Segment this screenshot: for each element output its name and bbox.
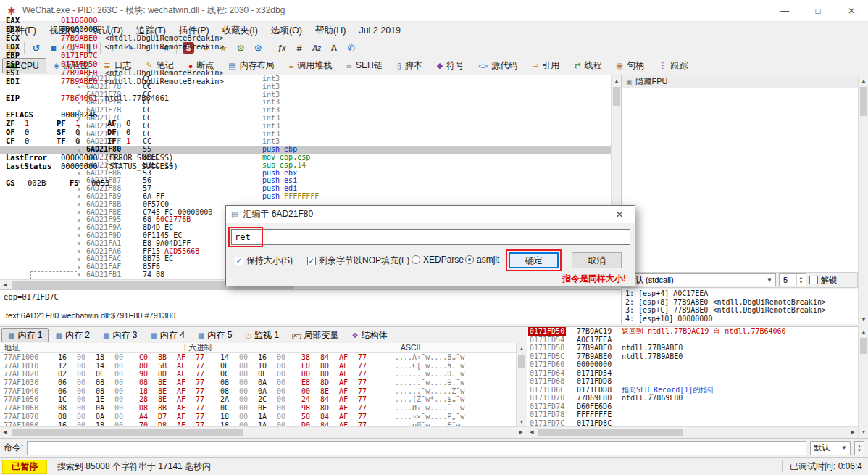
assembly-instruction-input[interactable] bbox=[231, 229, 630, 245]
register-row[interactable]: LastStatus00000000(STATUS_SUCCESS) bbox=[6, 162, 867, 170]
scroll-left-icon[interactable]: ◀ bbox=[0, 280, 10, 290]
scroll-left-icon[interactable]: ◀ bbox=[527, 427, 537, 437]
scroll-left-icon[interactable]: ◀ bbox=[0, 427, 10, 437]
stack-row[interactable]: 0171FD78FFFFFFFE bbox=[527, 410, 858, 419]
register-row[interactable]: CF0TF0IF1 bbox=[6, 136, 867, 145]
scrollbar-thumb[interactable] bbox=[860, 338, 867, 354]
register-row[interactable]: GS002BFS0053 bbox=[6, 178, 867, 187]
register-row[interactable]: EAX01186000 bbox=[6, 16, 867, 25]
dialog-title-bar[interactable]: ▤ 汇编于 6AD21F80 ✕ bbox=[226, 206, 635, 223]
scroll-up-icon[interactable]: ▲ bbox=[859, 75, 868, 86]
dialog-close-icon[interactable]: ✕ bbox=[609, 210, 630, 220]
calling-convention-select[interactable]: 默认 (stdcall) ▼ bbox=[624, 273, 776, 286]
register-row[interactable]: EBP0171FD7C bbox=[6, 51, 867, 59]
register-row[interactable]: EFLAGS00000246 bbox=[6, 110, 867, 119]
command-history-stepper[interactable]: ▲▼ bbox=[854, 441, 864, 455]
tab-locals[interactable]: [x=]局部变量 bbox=[285, 328, 345, 342]
argument-row[interactable]: 3: [esp+C] 77B9ABE0 <ntdll.DbgUiRemoteBr… bbox=[625, 306, 858, 315]
tab-memory-4[interactable]: ▦内存 4 bbox=[143, 328, 191, 342]
scroll-right-icon[interactable]: ▶ bbox=[516, 427, 526, 437]
stack-row[interactable]: 0171FD5077B9AC19返回到 ntdll.77B9AC19 自 ntd… bbox=[527, 327, 858, 336]
breakpoint-dot[interactable] bbox=[78, 258, 80, 261]
register-row[interactable]: LastError00000000(ERROR_SUCCESS) bbox=[6, 153, 867, 162]
stack-row[interactable]: 0171FD640171FD54 bbox=[527, 369, 858, 378]
ok-button[interactable]: 确定 bbox=[509, 252, 559, 268]
stack-row[interactable]: 0171FD74D60FE6D6 bbox=[527, 402, 858, 411]
scroll-down-icon[interactable]: ▼ bbox=[859, 426, 868, 437]
stack-row[interactable]: 0171FD7C0171FD8C bbox=[527, 419, 858, 427]
asmjit-radio[interactable]: asmjit bbox=[465, 255, 499, 265]
scrollbar-thumb[interactable] bbox=[538, 429, 683, 436]
breakpoint-dot[interactable] bbox=[78, 227, 80, 230]
register-row[interactable]: ECX77B9ABE0<ntdll.DbgUiRemoteBreakin> bbox=[6, 33, 867, 42]
memory-row[interactable]: 77AF100016001800C08BAF77140016003884AF77… bbox=[0, 353, 516, 362]
scrollbar-thumb[interactable] bbox=[12, 429, 243, 436]
breakpoint-dot[interactable] bbox=[78, 266, 80, 269]
tab-struct[interactable]: ❖结构体 bbox=[346, 328, 394, 342]
memory-row[interactable]: 77AF102002000E00908DAF770C000E00D08DAF77… bbox=[0, 370, 516, 379]
breakpoint-dot[interactable] bbox=[78, 195, 80, 198]
stack-row[interactable]: 0171FD6000000000 bbox=[527, 360, 858, 369]
stack-hscrollbar[interactable]: ◀ ▶ bbox=[527, 426, 858, 437]
breakpoint-dot[interactable] bbox=[78, 242, 80, 245]
breakpoint-dot[interactable] bbox=[78, 211, 80, 214]
keep-size-checkbox[interactable]: ✓ 保持大小(S) bbox=[235, 255, 293, 267]
scrollbar-thumb[interactable] bbox=[518, 355, 525, 368]
memory-scrollbar[interactable]: ▲ ▼ bbox=[516, 343, 526, 426]
stack-row[interactable]: 0171FD5877B9ABE0ntdll.77B9ABE0 bbox=[527, 344, 858, 352]
register-row[interactable]: EIP77B64061ntdll.77B64061 bbox=[6, 94, 867, 102]
memory-hscrollbar[interactable]: ◀ ▶ bbox=[0, 426, 526, 437]
stack-row[interactable]: 0171FD6C0171FDD8指向SEH_Record[1]的指针 bbox=[527, 386, 858, 395]
registers-scrollbar[interactable]: ▲ ▼ bbox=[858, 75, 868, 324]
register-row[interactable]: ESP0171FD50 bbox=[6, 59, 867, 68]
stack-row[interactable]: 0171FD7077869F80ntdll.77869F80 bbox=[527, 394, 858, 402]
breakpoint-dot[interactable] bbox=[78, 219, 80, 222]
fill-nop-checkbox[interactable]: ✓ 剩余字节以NOP填充(F) bbox=[307, 255, 409, 267]
tab-watch-1[interactable]: ◷监视 1 bbox=[238, 328, 285, 342]
breakpoint-dot[interactable] bbox=[78, 234, 80, 237]
memory-row[interactable]: 77AF101012001400805BAF770E001000E08DAF77… bbox=[0, 362, 516, 371]
scroll-down-icon[interactable]: ▼ bbox=[517, 416, 527, 426]
breakpoint-dot[interactable] bbox=[78, 188, 80, 191]
memory-dump-view[interactable]: 77AF100016001800C08BAF77140016003884AF77… bbox=[0, 353, 516, 426]
tab-memory-3[interactable]: ▦内存 3 bbox=[96, 328, 143, 342]
scroll-up-icon[interactable]: ▲ bbox=[859, 326, 868, 336]
memory-row[interactable]: 77AF10801600180070D8AF7718001A00D084AF77… bbox=[0, 421, 516, 427]
breakpoint-dot[interactable] bbox=[78, 203, 80, 206]
stack-scrollbar[interactable]: ▲ ▼ bbox=[858, 326, 868, 437]
breakpoint-dot[interactable] bbox=[78, 250, 80, 253]
argument-row[interactable]: 2: [esp+8] 77B9ABE0 <ntdll.DbgUiRemoteBr… bbox=[625, 298, 858, 307]
register-row[interactable]: ZF1PF1AF0 bbox=[6, 119, 867, 128]
stack-view[interactable]: 0171FD5077B9AC19返回到 ntdll.77B9AC19 自 ntd… bbox=[527, 326, 858, 426]
memory-row[interactable]: 77AF107008000A00A4D7AF7718001A005084AF77… bbox=[0, 413, 516, 421]
register-row[interactable]: OF0SF0DF0 bbox=[6, 128, 867, 136]
scroll-right-icon[interactable]: ▶ bbox=[848, 427, 858, 437]
stack-row[interactable]: 0171FD680171FDD8 bbox=[527, 377, 858, 386]
memory-row[interactable]: 77AF104006000800188EAF7708000A00008EAF77… bbox=[0, 387, 516, 396]
unlock-checkbox[interactable]: 解锁 bbox=[809, 275, 837, 286]
argument-row[interactable]: 4: [esp+10] 00000000 bbox=[625, 315, 858, 323]
register-row[interactable]: EDI77B9ABE0<ntdll.DbgUiRemoteBreakin> bbox=[6, 77, 867, 86]
register-row[interactable]: EBX00000000 bbox=[6, 25, 867, 33]
stack-row[interactable]: 0171FD54A0C17EEA bbox=[527, 336, 858, 344]
memory-row[interactable]: 77AF10501C001E00288EAF772A002C002484AF77… bbox=[0, 395, 516, 404]
argument-row[interactable]: 1: [esp+4] A0C17EEA bbox=[625, 289, 858, 298]
register-row[interactable]: ESI77B9ABE0<ntdll.DbgUiRemoteBreakin> bbox=[6, 68, 867, 77]
tab-memory-2[interactable]: ▦内存 2 bbox=[49, 328, 96, 342]
spinner-arrows-icon[interactable]: ▲▼ bbox=[796, 274, 805, 286]
breakpoint-dot[interactable] bbox=[78, 273, 80, 276]
scroll-up-icon[interactable]: ▲ bbox=[517, 343, 527, 353]
cancel-button[interactable]: 取消 bbox=[572, 252, 622, 268]
register-row[interactable]: EDX77B9ABE0<ntdll.DbgUiRemoteBreakin> bbox=[6, 42, 867, 51]
tab-memory-5[interactable]: ▦内存 5 bbox=[191, 328, 238, 342]
tab-memory-1[interactable]: ▦内存 1 bbox=[1, 328, 49, 342]
stack-row[interactable]: 0171FD5C77B9ABE0ntdll.77B9ABE0 bbox=[527, 352, 858, 361]
memory-row[interactable]: 77AF106008000A00D88BAF770C000E00988DAF77… bbox=[0, 404, 516, 413]
scroll-down-icon[interactable]: ▼ bbox=[859, 314, 868, 324]
argument-count-spinner[interactable]: 5 ▲▼ bbox=[779, 273, 806, 286]
memory-row[interactable]: 77AF103006000800088EAF7708000A00E88DAF77… bbox=[0, 379, 516, 387]
command-input[interactable] bbox=[27, 441, 806, 455]
scrollbar-thumb[interactable] bbox=[860, 87, 867, 116]
command-syntax-select[interactable]: 默认 ▼ bbox=[810, 441, 851, 455]
xedparse-radio[interactable]: XEDParse bbox=[412, 255, 464, 265]
